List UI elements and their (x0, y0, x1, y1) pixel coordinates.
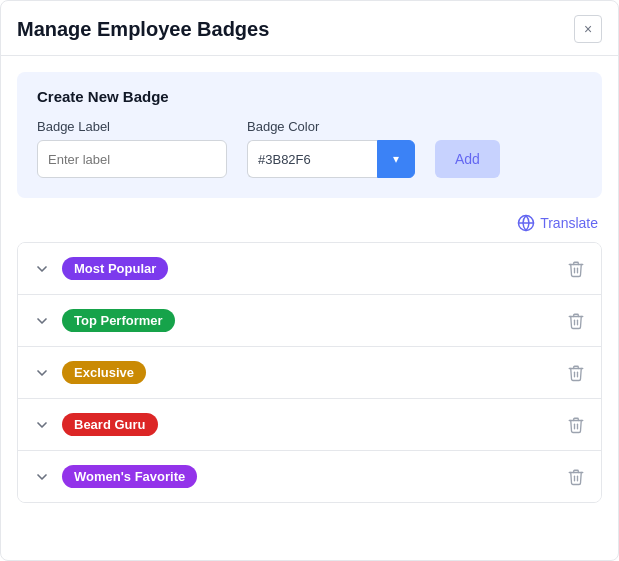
chevron-button[interactable] (34, 417, 50, 433)
delete-badge-button[interactable] (567, 364, 585, 382)
badge-row: Women's Favorite (18, 451, 601, 502)
chevron-down-icon (34, 313, 50, 329)
badge-label-input[interactable] (37, 140, 227, 178)
section-title: Create New Badge (37, 88, 582, 105)
delete-badge-button[interactable] (567, 416, 585, 434)
trash-icon (567, 468, 585, 486)
badge-row: Beard Guru (18, 399, 601, 451)
trash-icon (567, 312, 585, 330)
badge-color-label: Badge Color (247, 119, 415, 134)
badge-left: Women's Favorite (34, 465, 197, 488)
badge-list: Most Popular Top Performer (17, 242, 602, 503)
chevron-button[interactable] (34, 469, 50, 485)
badge-pill: Exclusive (62, 361, 146, 384)
add-badge-button[interactable]: Add (435, 140, 500, 178)
chevron-down-icon (34, 417, 50, 433)
badge-row: Exclusive (18, 347, 601, 399)
chevron-down-icon (34, 261, 50, 277)
chevron-down-icon (34, 365, 50, 381)
chevron-button[interactable] (34, 313, 50, 329)
badge-pill: Most Popular (62, 257, 168, 280)
badge-label-group: Badge Label (37, 119, 227, 178)
translate-button[interactable]: Translate (517, 214, 598, 232)
badge-row: Top Performer (18, 295, 601, 347)
create-badge-section: Create New Badge Badge Label Badge Color… (17, 72, 602, 198)
badge-left: Beard Guru (34, 413, 158, 436)
close-button[interactable]: × (574, 15, 602, 43)
delete-badge-button[interactable] (567, 312, 585, 330)
badge-row: Most Popular (18, 243, 601, 295)
trash-icon (567, 260, 585, 278)
modal-body: Create New Badge Badge Label Badge Color… (1, 56, 618, 519)
chevron-button[interactable] (34, 261, 50, 277)
color-dropdown-button[interactable]: ▾ (377, 140, 415, 178)
modal-title: Manage Employee Badges (17, 18, 269, 41)
translate-label: Translate (540, 215, 598, 231)
modal-header: Manage Employee Badges × (1, 1, 618, 56)
chevron-down-icon (34, 469, 50, 485)
badge-pill: Beard Guru (62, 413, 158, 436)
badge-left: Top Performer (34, 309, 175, 332)
badge-left: Exclusive (34, 361, 146, 384)
manage-badges-modal: Manage Employee Badges × Create New Badg… (0, 0, 619, 561)
badge-label-label: Badge Label (37, 119, 227, 134)
badge-left: Most Popular (34, 257, 168, 280)
chevron-button[interactable] (34, 365, 50, 381)
delete-badge-button[interactable] (567, 468, 585, 486)
translate-row: Translate (17, 214, 602, 232)
badge-pill: Top Performer (62, 309, 175, 332)
badge-color-group: Badge Color ▾ (247, 119, 415, 178)
color-picker-group: ▾ (247, 140, 415, 178)
badge-pill: Women's Favorite (62, 465, 197, 488)
form-row: Badge Label Badge Color ▾ Add (37, 119, 582, 178)
globe-icon (517, 214, 535, 232)
color-input[interactable] (247, 140, 377, 178)
delete-badge-button[interactable] (567, 260, 585, 278)
trash-icon (567, 364, 585, 382)
trash-icon (567, 416, 585, 434)
